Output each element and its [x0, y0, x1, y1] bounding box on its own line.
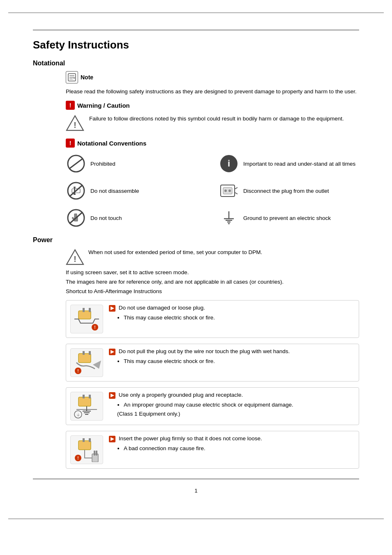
svg-text:!: ! — [77, 456, 78, 460]
svg-rect-52 — [89, 438, 91, 442]
no-touch-icon — [66, 208, 86, 228]
power-item-4-icon: ▶ — [109, 436, 115, 442]
warning-text-block: ! Failure to follow directions noted by … — [66, 115, 359, 131]
svg-rect-43 — [89, 395, 91, 398]
power-item-2-bullet: This may cause electric shock or fire. — [124, 357, 290, 366]
page-number: 1 — [33, 488, 359, 494]
convention-no-touch-text: Do not touch — [90, 215, 122, 221]
no-disassemble-icon — [66, 180, 86, 201]
svg-text:i: i — [228, 158, 230, 169]
svg-rect-50 — [78, 441, 91, 450]
power-item-4-main: Insert the power plug firmly so that it … — [119, 435, 262, 442]
power-item-1-bullet: This may cause electric shock or fire. — [124, 313, 215, 322]
power-item-4-text: ▶ Insert the power plug firmly so that i… — [109, 435, 262, 453]
svg-rect-32 — [83, 308, 85, 312]
note-label: Note — [81, 74, 93, 81]
power-item-1-text: ▶ Do not use damaged or loose plug. This… — [109, 305, 215, 322]
ground-icon — [219, 208, 239, 228]
prohibited-icon — [66, 153, 86, 174]
power-plug-image-3: ⏚ — [70, 392, 103, 421]
svg-rect-51 — [83, 438, 85, 442]
svg-rect-54 — [94, 451, 95, 456]
power-item-3-icon: ▶ — [109, 392, 115, 399]
conventions-grid: Prohibited i Important to read and under… — [66, 153, 359, 228]
warning-caution-row: ! Warning / Caution — [66, 101, 359, 110]
svg-line-7 — [69, 159, 83, 169]
power-item-1: ! ▶ Do not use damaged or loose plug. Th… — [66, 300, 359, 338]
svg-point-19 — [228, 190, 231, 192]
notational-section: Notational Note Please read the followin… — [33, 60, 359, 228]
svg-text:!: ! — [74, 254, 76, 264]
power-item-2-main: Do not pull the plug out by the wire nor… — [119, 348, 290, 354]
conventions-warning-icon: ! — [66, 139, 75, 148]
convention-disconnect: Disconnect the plug from the outlet — [219, 180, 359, 201]
power-warning-text4: Shortcut to Anti-Afterimage Instructions — [66, 288, 359, 294]
power-plug-image-1: ! — [70, 305, 103, 333]
svg-rect-36 — [78, 354, 91, 363]
convention-prohibited-text: Prohibited — [90, 161, 115, 167]
warning-caution-label: Warning / Caution — [77, 102, 130, 109]
convention-important-text: Important to read and under-stand at all… — [243, 161, 355, 167]
svg-rect-55 — [96, 451, 97, 456]
power-warning-texts: When not used for extended period of tim… — [88, 248, 262, 257]
conventions-heading: Notational Conventions — [77, 140, 146, 147]
power-item-1-icon: ▶ — [109, 305, 115, 312]
svg-text:!: ! — [74, 120, 76, 130]
notational-heading: Notational — [33, 60, 359, 67]
svg-rect-33 — [89, 308, 91, 312]
convention-no-disassemble: Do not disassemble — [66, 180, 206, 201]
svg-rect-11 — [74, 187, 76, 188]
warning-description: Failure to follow directions noted by th… — [89, 115, 344, 123]
power-plug-image-2: ! — [70, 348, 103, 377]
convention-ground-text: Ground to prevent an electric shock — [243, 215, 331, 221]
power-item-3-note: (Class 1 Equipment only.) — [117, 411, 293, 417]
power-warning-text1: When not used for extended period of tim… — [88, 248, 262, 257]
svg-rect-41 — [78, 397, 91, 406]
power-item-4-bullet: A bad connection may cause fire. — [124, 444, 262, 453]
convention-no-touch: Do not touch — [66, 208, 206, 228]
convention-ground: Ground to prevent an electric shock — [219, 208, 359, 228]
important-icon: i — [219, 153, 239, 174]
power-item-3-main: Use only a properly grounded plug and re… — [119, 392, 243, 398]
conventions-heading-row: ! Notational Conventions — [66, 139, 359, 148]
svg-rect-38 — [89, 351, 91, 355]
power-item-2-icon: ▶ — [109, 349, 115, 355]
power-item-1-main: Do not use damaged or loose plug. — [119, 305, 205, 311]
power-triangle-icon: ! — [66, 249, 84, 265]
power-warning-text2: If using screen saver, set it to active … — [66, 269, 359, 275]
svg-point-18 — [224, 190, 227, 192]
disconnect-icon — [219, 180, 239, 201]
convention-no-disassemble-text: Do not disassemble — [90, 188, 139, 194]
svg-rect-12 — [74, 194, 76, 195]
warning-icon: ! — [66, 101, 75, 110]
svg-text:⏚: ⏚ — [77, 412, 80, 417]
power-warning-text3: The images here are for reference only, … — [66, 279, 359, 285]
power-warning-block: ! When not used for extended period of t… — [66, 248, 359, 265]
note-icon — [66, 71, 78, 83]
svg-rect-42 — [83, 395, 85, 398]
svg-line-15 — [69, 185, 83, 197]
power-item-2-text: ▶ Do not pull the plug out by the wire n… — [109, 348, 290, 365]
power-item-2: ! ▶ Do not pull the plug out by the wire… — [66, 344, 359, 382]
svg-line-20 — [235, 187, 238, 189]
note-description: Please read the following safety instruc… — [66, 88, 359, 96]
power-plug-image-4: ! — [70, 435, 103, 464]
power-section: Power ! When not used for extended perio… — [33, 236, 359, 469]
convention-important: i Important to read and under-stand at a… — [219, 153, 359, 174]
note-box: Note — [66, 71, 359, 83]
triangle-warning-icon: ! — [66, 115, 84, 131]
convention-disconnect-text: Disconnect the plug from the outlet — [243, 188, 329, 194]
convention-prohibited: Prohibited — [66, 153, 206, 174]
power-item-4: ! ▶ Insert the power plug firmly so that… — [66, 431, 359, 469]
power-heading: Power — [33, 236, 359, 244]
svg-text:!: ! — [94, 325, 95, 330]
svg-text:!: ! — [77, 369, 78, 373]
page-title: Safety Instructions — [33, 39, 359, 51]
svg-rect-37 — [83, 351, 85, 355]
power-item-3: ⏚ ▶ Use only a properly grounded plug an… — [66, 387, 359, 425]
svg-line-21 — [235, 192, 238, 194]
power-item-3-text: ▶ Use only a properly grounded plug and … — [109, 392, 293, 417]
power-item-3-bullet: An improper ground may cause electric sh… — [124, 400, 293, 409]
